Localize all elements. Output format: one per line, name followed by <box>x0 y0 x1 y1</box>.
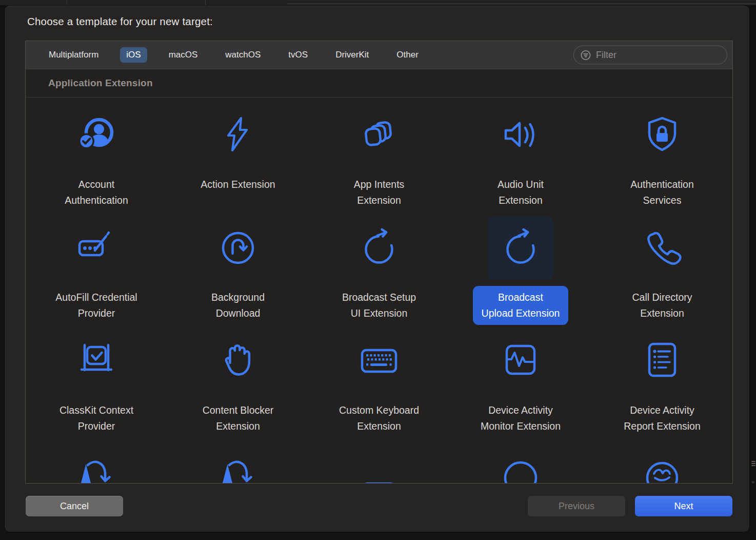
arc-arrow-icon <box>217 453 258 483</box>
tab-watchos[interactable]: watchOS <box>219 47 267 63</box>
swirl-circle-icon <box>642 453 683 483</box>
platform-tabbar: MultiplatformiOSmacOSwatchOStvOSDriverKi… <box>26 41 732 69</box>
background-divider <box>67 0 67 5</box>
template-icon-area <box>450 436 591 483</box>
activity-waveform-icon <box>500 340 541 381</box>
template-item-label: AutoFill CredentialProvider <box>26 290 167 321</box>
tab-multiplatform[interactable]: Multiplatform <box>43 47 105 63</box>
template-item-app-intents-extension[interactable]: App IntentsExtension <box>308 98 450 210</box>
template-icon-area <box>450 98 591 172</box>
circle-icon <box>500 453 541 483</box>
template-item-account-authentication[interactable]: AccountAuthentication <box>26 98 167 210</box>
template-item-action-extension[interactable]: Action Extension <box>167 98 309 210</box>
template-item-custom-keyboard-extension[interactable]: Custom KeyboardExtension <box>308 323 450 436</box>
cancel-button[interactable]: Cancel <box>26 496 123 516</box>
selected-icon-tile <box>488 216 553 280</box>
template-icon-area <box>308 323 450 398</box>
template-item-label: AuthenticationServices <box>591 177 732 208</box>
keyboard-icon <box>359 340 400 381</box>
account-authentication-icon <box>76 114 117 156</box>
tab-driverkit[interactable]: DriverKit <box>329 47 375 63</box>
filter-icon <box>580 49 591 61</box>
background-window-strip <box>0 0 756 5</box>
template-chooser-panel: MultiplatformiOSmacOSwatchOStvOSDriverKi… <box>25 41 733 484</box>
credential-field-icon <box>76 227 117 268</box>
template-item-partial[interactable] <box>450 436 591 483</box>
board-check-icon <box>76 340 117 381</box>
template-icon-area <box>26 323 167 398</box>
next-button[interactable]: Next <box>635 496 732 516</box>
template-item-label: Action Extension <box>167 177 309 192</box>
template-grid: AccountAuthenticationAction Extension Ap… <box>26 98 732 483</box>
hand-raised-icon <box>217 340 258 381</box>
template-icon-area <box>591 323 732 398</box>
template-icon-area <box>591 436 732 483</box>
filter-input[interactable]: Filter <box>573 46 727 65</box>
shield-lock-icon <box>642 114 683 156</box>
template-item-classkit-context-provider[interactable]: ClassKit ContextProvider <box>26 323 167 436</box>
template-icon-area <box>450 210 591 285</box>
template-item-audio-unit-extension[interactable]: Audio UnitExtension <box>450 98 591 210</box>
tab-ios[interactable]: iOS <box>120 47 147 63</box>
template-item-device-activity-monitor-extension[interactable]: Device ActivityMonitor Extension <box>450 323 591 436</box>
circular-arrow-icon <box>359 227 400 268</box>
ticket-icon <box>359 453 400 483</box>
background-divider <box>287 4 756 4</box>
template-item-label: Broadcast SetupUI Extension <box>308 290 450 321</box>
template-item-label: Device ActivityMonitor Extension <box>450 402 591 434</box>
arc-arrow-icon <box>76 453 117 483</box>
template-item-partial[interactable] <box>167 436 309 483</box>
template-item-label: AccountAuthentication <box>26 177 167 208</box>
template-icon-area <box>308 436 450 483</box>
template-item-label: Custom KeyboardExtension <box>308 402 450 434</box>
circular-arrow-icon <box>500 227 541 268</box>
dialog-title: Choose a template for your new target: <box>27 15 213 28</box>
new-target-template-dialog: Choose a template for your new target: M… <box>4 5 750 532</box>
template-icon-area <box>26 210 167 285</box>
template-icon-area <box>591 210 732 285</box>
speaker-waves-icon <box>500 114 541 156</box>
template-item-call-directory-extension[interactable]: Call DirectoryExtension <box>591 210 732 323</box>
template-icon-area <box>167 210 309 285</box>
template-item-label: Audio UnitExtension <box>450 177 591 208</box>
previous-button[interactable]: Previous <box>528 496 625 516</box>
stacked-cards-icon <box>359 114 400 156</box>
template-icon-area <box>26 98 167 172</box>
template-item-broadcast-setup-ui-extension[interactable]: Broadcast SetupUI Extension <box>308 210 450 323</box>
template-icon-area <box>308 210 450 285</box>
template-icon-area <box>167 98 309 172</box>
template-item-authentication-services[interactable]: AuthenticationServices <box>591 98 732 210</box>
phone-handset-icon <box>642 227 683 268</box>
template-item-label: Call DirectoryExtension <box>591 290 732 321</box>
template-item-partial[interactable] <box>308 436 450 483</box>
background-editor-sliver: ≈ <box>751 460 755 486</box>
tab-tvos[interactable]: tvOS <box>282 47 314 63</box>
background-divider <box>205 0 206 5</box>
filter-placeholder: Filter <box>596 50 616 61</box>
template-item-label: BackgroundDownload <box>167 290 309 321</box>
template-icon-area <box>591 98 732 172</box>
template-item-label: Device ActivityReport Extension <box>591 402 732 434</box>
template-icon-area <box>167 323 309 398</box>
template-item-partial[interactable] <box>26 436 167 483</box>
template-item-label: Content BlockerExtension <box>167 402 309 434</box>
tab-macos[interactable]: macOS <box>163 47 204 63</box>
template-item-autofill-credential-provider[interactable]: AutoFill CredentialProvider <box>26 210 167 323</box>
template-item-label: BroadcastUpload Extension <box>450 290 591 325</box>
template-item-label: ClassKit ContextProvider <box>26 402 167 434</box>
template-item-content-blocker-extension[interactable]: Content BlockerExtension <box>167 323 309 436</box>
list-report-icon <box>642 340 683 381</box>
template-item-label: App IntentsExtension <box>308 177 450 208</box>
template-icon-area <box>167 436 309 483</box>
template-item-broadcast-upload-extension[interactable]: BroadcastUpload Extension <box>450 210 591 323</box>
template-item-device-activity-report-extension[interactable]: Device ActivityReport Extension <box>591 323 732 436</box>
lightning-bolt-icon <box>217 114 258 156</box>
tab-other[interactable]: Other <box>390 47 425 63</box>
template-item-background-download[interactable]: BackgroundDownload <box>167 210 309 323</box>
section-header: Application Extension <box>26 69 732 98</box>
template-icon-area <box>308 98 450 172</box>
template-item-partial[interactable] <box>591 436 732 483</box>
template-icon-area <box>26 436 167 483</box>
template-icon-area <box>450 323 591 398</box>
download-loop-icon <box>217 227 258 268</box>
